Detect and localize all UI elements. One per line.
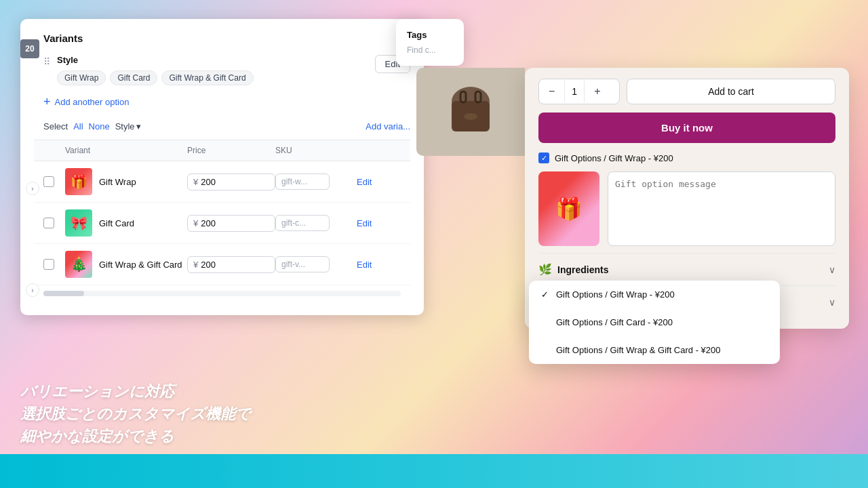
gift-wrap-card-label: Gift Wrap & Gift Card <box>99 260 182 270</box>
price-input-1[interactable]: ¥ 200 <box>187 174 275 190</box>
gift-emoji: 🎁 <box>555 196 583 222</box>
ingredients-label: Ingredients <box>557 264 608 275</box>
qty-row: − 1 + Add to cart <box>538 79 835 104</box>
header-sku: SKU <box>275 146 357 155</box>
variants-panel: Variants ⠿ Style Gift Wrap Gift Card Gif… <box>20 19 424 315</box>
select-label: Select <box>43 121 68 131</box>
style-content: Style Gift Wrap Gift Card Gift Wrap & Gi… <box>57 55 368 85</box>
sku-input-2[interactable]: gift-c... <box>275 215 330 231</box>
currency-1: ¥ <box>193 177 198 187</box>
scrollbar-thumb[interactable] <box>43 291 84 296</box>
gift-wrap-label: Gift Wrap <box>99 177 136 187</box>
tag-gift-wrap: Gift Wrap <box>57 70 106 85</box>
bag-svg <box>437 78 505 146</box>
style-label: Style <box>57 55 368 65</box>
ingredients-icon: 🌿 <box>538 263 552 276</box>
product-image <box>416 68 525 156</box>
buy-now-button[interactable]: Buy it now <box>538 113 835 143</box>
select-row: Select All None Style ▾ Add varia... <box>34 121 410 131</box>
checkmark-icon: ✓ <box>541 154 547 163</box>
header-action <box>357 146 397 155</box>
dropdown-item-label-1: Gift Options / Gift Card - ¥200 <box>556 317 673 327</box>
gift-wrap-card-image: 🎄 <box>65 251 92 278</box>
horizontal-scrollbar[interactable] <box>43 291 401 296</box>
row-checkbox-3[interactable] <box>43 259 54 270</box>
row-edit-3[interactable]: Edit <box>357 260 397 270</box>
dropdown-item-2[interactable]: Gift Options / Gift Wrap & Gift Card - ¥… <box>529 336 780 364</box>
gift-checkbox[interactable]: ✓ <box>538 152 549 163</box>
bottom-text-line-3: 細やかな設定ができる <box>20 425 251 447</box>
gift-card-label: Gift Card <box>99 218 134 228</box>
variants-inner: Variants ⠿ Style Gift Wrap Gift Card Gif… <box>20 19 424 315</box>
currency-3: ¥ <box>193 260 198 270</box>
select-all-link[interactable]: All <box>73 121 83 131</box>
tag-gift-card: Gift Card <box>110 70 157 85</box>
variant-dropdown: ✓ Gift Options / Gift Wrap - ¥200 Gift O… <box>529 281 780 364</box>
how-to-use-chevron-icon: ∨ <box>829 297 835 308</box>
header-price: Price <box>187 146 275 155</box>
add-option-label: Add another option <box>55 97 130 107</box>
row-checkbox-1[interactable] <box>43 176 54 187</box>
selected-checkmark-icon: ✓ <box>541 289 551 300</box>
tags-panel: Tags Find c... <box>396 19 464 66</box>
dropdown-item-label-0: Gift Options / Gift Wrap - ¥200 <box>556 289 675 300</box>
style-tags-row: Gift Wrap Gift Card Gift Wrap & Gift Car… <box>57 70 368 85</box>
style-dropdown[interactable]: Style ▾ <box>115 121 141 131</box>
qty-plus-button[interactable]: + <box>585 80 610 103</box>
gift-message-input[interactable] <box>608 171 835 246</box>
table-row: 🎄 Gift Wrap & Gift Card ¥ 200 gift-v... … <box>34 244 410 285</box>
gift-option-label: Gift Options / Gift Wrap - ¥200 <box>555 153 673 163</box>
svg-point-4 <box>464 113 477 120</box>
gift-options-row: ✓ Gift Options / Gift Wrap - ¥200 <box>538 152 835 163</box>
ingredients-chevron-icon: ∨ <box>829 264 835 275</box>
qty-value: 1 <box>564 81 585 102</box>
add-option-row[interactable]: + Add another option <box>34 95 410 109</box>
tags-find[interactable]: Find c... <box>407 45 453 55</box>
header-checkbox-col <box>43 146 65 155</box>
variant-img-name-1: 🎁 Gift Wrap <box>65 168 187 195</box>
header-variant: Variant <box>65 146 187 155</box>
dropdown-arrow-icon: ▾ <box>136 121 141 131</box>
gift-product-image: 🎁 <box>538 171 599 246</box>
quantity-stepper[interactable]: − 1 + <box>538 79 620 104</box>
price-input-2[interactable]: ¥ 200 <box>187 215 275 232</box>
collapse-arrow-bottom[interactable]: › <box>26 283 39 297</box>
gift-options-content: 🎁 <box>538 171 835 246</box>
bottom-band <box>0 454 868 488</box>
dropdown-item-label-2: Gift Options / Gift Wrap & Gift Card - ¥… <box>556 345 721 355</box>
gift-card-image: 🎀 <box>65 209 92 237</box>
variants-title: Variants <box>34 33 410 44</box>
dropdown-item-0[interactable]: ✓ Gift Options / Gift Wrap - ¥200 <box>529 281 780 308</box>
bottom-text-line-1: バリエーションに対応 <box>20 380 251 403</box>
price-input-3[interactable]: ¥ 200 <box>187 256 275 273</box>
add-variant-link[interactable]: Add varia... <box>366 121 410 131</box>
row-edit-1[interactable]: Edit <box>357 177 397 187</box>
price-value-2: 200 <box>201 218 235 228</box>
table-row: 🎁 Gift Wrap ¥ 200 gift-w... Edit <box>34 161 410 203</box>
qty-minus-button[interactable]: − <box>539 80 564 103</box>
tag-gift-wrap-gift-card: Gift Wrap & Gift Card <box>161 70 253 85</box>
dropdown-item-1[interactable]: Gift Options / Gift Card - ¥200 <box>529 308 780 336</box>
bottom-text-block: バリエーションに対応 選択肢ごとのカスタマイズ機能で 細やかな設定ができる <box>20 380 251 447</box>
price-value-3: 200 <box>201 260 235 270</box>
add-to-cart-button[interactable]: Add to cart <box>627 79 835 104</box>
plus-icon: + <box>43 95 51 109</box>
sku-input-1[interactable]: gift-w... <box>275 174 330 190</box>
panel-number: 20 <box>20 39 39 58</box>
sku-input-3[interactable]: gift-v... <box>275 256 330 272</box>
table-header: Variant Price SKU <box>34 140 410 161</box>
price-value-1: 200 <box>201 177 235 187</box>
variant-img-name-3: 🎄 Gift Wrap & Gift Card <box>65 251 187 278</box>
row-checkbox-2[interactable] <box>43 218 54 228</box>
collapse-arrow-top[interactable]: › <box>26 182 39 195</box>
bottom-text-line-2: 選択肢ごとのカスタマイズ機能で <box>20 403 251 425</box>
variants-table: Variant Price SKU 🎁 Gift Wrap ¥ 200 <box>34 140 410 285</box>
select-none-link[interactable]: None <box>89 121 110 131</box>
style-dropdown-label: Style <box>115 121 135 131</box>
drag-handle[interactable]: ⠿ <box>43 55 50 67</box>
currency-2: ¥ <box>193 218 198 228</box>
row-edit-2[interactable]: Edit <box>357 218 397 228</box>
style-row: ⠿ Style Gift Wrap Gift Card Gift Wrap & … <box>34 55 410 85</box>
gift-wrap-image: 🎁 <box>65 168 92 195</box>
tags-title: Tags <box>407 30 453 40</box>
